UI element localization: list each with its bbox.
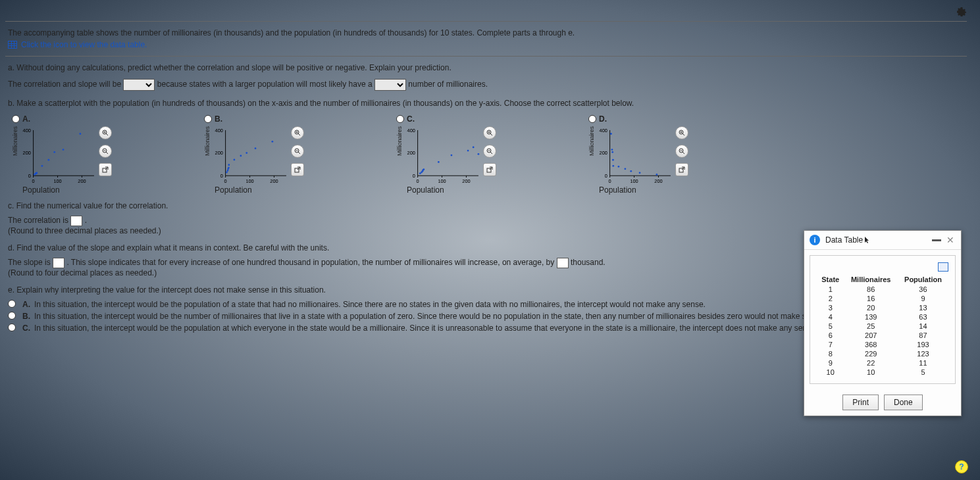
svg-text:200: 200 [215,150,223,156]
data-table-link[interactable]: Click the icon to view the data table. [8,37,964,49]
part-c-s1: The correlation is [8,216,68,225]
table-row: 413963 [817,312,948,322]
correlation-input[interactable] [70,216,82,226]
help-button[interactable]: ? [955,460,968,473]
svg-point-19 [63,149,64,151]
svg-point-47 [245,152,247,154]
popup-title: Data Table [825,235,863,245]
option-A-radio[interactable] [12,115,20,123]
cell-pop: 123 [898,349,948,358]
option-e-a-radio[interactable] [8,300,16,308]
cell-mill: 368 [844,340,897,349]
cell-state: 2 [817,294,844,303]
cell-mill: 22 [844,358,897,368]
correlation-sign-select[interactable] [123,79,155,91]
cell-state: 3 [817,303,844,312]
part-a-s1: The correlation and slope will be [8,80,121,89]
option-C-label: C. [407,114,415,124]
cursor-icon [864,236,872,244]
cell-state: 8 [817,349,844,358]
cell-pop: 11 [898,358,948,368]
svg-point-45 [234,159,236,161]
svg-point-105 [630,170,632,172]
table-row: 8229123 [817,349,948,358]
scatterplot-D: 400 200 0 0 100 200 [599,126,671,185]
cell-pop: 87 [898,331,948,340]
part-d-s1: The slope is [8,258,51,267]
table-row: 7368193 [817,340,948,349]
minimize-button[interactable] [932,239,941,241]
svg-text:0: 0 [32,178,35,184]
option-C-radio[interactable] [396,115,404,123]
done-button[interactable]: Done [884,395,923,410]
cell-pop: 36 [898,285,948,294]
svg-point-17 [47,159,49,161]
svg-point-103 [618,166,620,168]
part-c-prompt: c. Find the numerical value for the corr… [8,201,964,210]
svg-text:200: 200 [600,150,607,156]
svg-point-76 [467,150,469,152]
svg-line-51 [298,133,300,135]
svg-point-78 [478,153,480,155]
table-row: 92211 [817,358,948,368]
cell-mill: 25 [844,322,897,331]
part-d-s2: . This slope indicates that for every in… [66,258,554,267]
svg-text:100: 100 [245,178,253,184]
col-millionaires: Millionaires [844,274,897,285]
option-A-label: A. [22,114,30,124]
gear-icon[interactable] [956,7,967,17]
fullscreen-button[interactable] [938,262,948,272]
option-e-b-radio[interactable] [8,312,16,320]
svg-text:0: 0 [413,173,415,179]
data-table-link-label: Click the icon to view the data table. [21,40,147,49]
table-row: 18636 [817,285,948,294]
svg-point-75 [451,155,453,156]
svg-text:400: 400 [23,128,31,133]
cell-mill: 20 [844,303,897,312]
close-button[interactable]: ✕ [946,235,956,245]
part-d-s3: thousand. [571,258,606,267]
option-e-c-radio[interactable] [8,324,16,331]
svg-text:0: 0 [605,173,607,179]
y-axis-label: Millionaires [588,126,595,156]
slope-input[interactable] [53,258,64,268]
cell-pop: 9 [898,294,948,303]
svg-text:200: 200 [654,178,662,184]
svg-text:200: 200 [462,178,470,184]
option-e-a-label: A. [22,300,30,309]
cell-mill: 10 [844,368,897,377]
svg-line-22 [106,133,108,135]
svg-text:200: 200 [407,150,415,156]
y-axis-label: Millionaires [396,126,403,156]
option-D-radio[interactable] [588,115,596,123]
svg-line-80 [490,133,492,135]
table-row: 32013 [817,303,948,312]
option-e-a-text: In this situation, the intercept would b… [34,300,706,309]
number-select[interactable] [374,79,406,91]
scatterplot-A: 400 200 0 0 100 200 [22,126,95,185]
option-B-radio[interactable] [204,115,212,123]
svg-line-113 [683,152,684,154]
data-table-popup: i Data Table ✕ State Millionaires Popula… [804,230,962,416]
part-a-prompt: a. Without doing any calculations, predi… [8,63,964,72]
svg-line-55 [298,152,300,154]
table-row: 52514 [817,322,948,331]
option-e-b-label: B. [22,312,30,321]
table-row: 2169 [817,294,948,303]
svg-point-69 [419,172,421,174]
print-button[interactable]: Print [842,395,879,410]
svg-text:100: 100 [53,178,61,184]
y-axis-label: Millionaires [12,126,18,156]
svg-point-99 [611,149,613,151]
cell-state: 7 [817,340,844,349]
cell-mill: 139 [844,312,897,322]
increase-input[interactable] [557,258,569,268]
cell-state: 9 [817,358,844,368]
cell-state: 4 [817,312,844,322]
cell-pop: 193 [898,340,948,349]
cell-state: 10 [817,368,844,377]
cell-mill: 229 [844,349,897,358]
svg-point-18 [53,151,55,153]
svg-point-104 [624,168,626,170]
svg-line-109 [683,133,684,135]
